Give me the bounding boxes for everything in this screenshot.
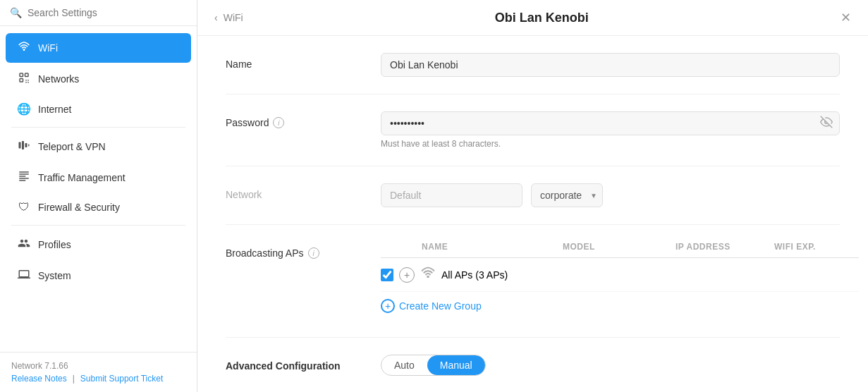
- create-group-icon: +: [381, 299, 395, 313]
- broadcasting-info-icon[interactable]: i: [308, 247, 319, 259]
- traffic-icon: [17, 170, 31, 185]
- sidebar-item-label-internet: Internet: [38, 104, 71, 115]
- col-header-ip: IP ADDRESS: [676, 242, 774, 252]
- broadcasting-label: Broadcasting APs i: [226, 242, 381, 259]
- password-info-icon[interactable]: i: [273, 117, 284, 128]
- system-icon: [17, 268, 31, 283]
- ap-expand-button[interactable]: +: [399, 267, 415, 283]
- name-row: Name: [226, 53, 840, 94]
- network-default-input[interactable]: [381, 183, 522, 207]
- sidebar-item-firewall[interactable]: 🛡 Firewall & Security: [6, 194, 191, 221]
- network-label: Network: [226, 183, 381, 200]
- nav-divider-1: [11, 127, 185, 128]
- search-icon: 🔍: [10, 7, 22, 18]
- back-label: WiFi: [224, 12, 243, 23]
- submit-ticket-link[interactable]: Submit Support Ticket: [80, 374, 163, 384]
- toggle-auto[interactable]: Auto: [381, 355, 427, 375]
- broadcasting-field: NAME MODEL IP ADDRESS WIFI EXP. + All AP…: [381, 242, 859, 320]
- profiles-icon: [17, 237, 31, 252]
- advanced-toggle-group: Auto Manual: [381, 355, 486, 376]
- sidebar-item-wifi[interactable]: WiFi: [6, 33, 191, 63]
- create-group-label: Create New Group: [399, 300, 482, 312]
- ap-checkbox[interactable]: [381, 269, 393, 281]
- sidebar-item-label-wifi: WiFi: [38, 42, 58, 54]
- svg-rect-1: [22, 141, 24, 149]
- sidebar-item-internet[interactable]: 🌐 Internet: [6, 95, 191, 123]
- name-input[interactable]: [381, 53, 840, 77]
- sidebar-item-label-teleport: Teleport & VPN: [38, 141, 106, 152]
- sidebar-item-label-profiles: Profiles: [38, 239, 71, 250]
- toggle-manual[interactable]: Manual: [427, 355, 485, 375]
- firewall-icon: 🛡: [17, 201, 31, 214]
- internet-icon: 🌐: [17, 102, 31, 116]
- sidebar-item-label-system: System: [38, 270, 71, 281]
- password-row: Password i Must have at least 8 characte…: [226, 111, 840, 166]
- advanced-config-row: Advanced Configuration Auto Manual: [226, 355, 840, 392]
- col-header-wifi: WIFI EXP.: [774, 242, 859, 252]
- toggle-password-icon[interactable]: [820, 116, 833, 131]
- col-header-model: MODEL: [563, 242, 676, 252]
- col-header-name: NAME: [422, 242, 563, 252]
- svg-rect-3: [28, 145, 30, 147]
- password-hint: Must have at least 8 characters.: [381, 139, 840, 149]
- release-notes-link[interactable]: Release Notes: [11, 374, 67, 384]
- search-bar: 🔍: [0, 0, 197, 26]
- network-select[interactable]: corporate Default: [531, 183, 603, 207]
- page-title: Obi Lan Kenobi: [495, 11, 589, 25]
- all-aps-label: All APs (3 APs): [441, 269, 508, 281]
- main-body: Name Password i Must have at least 8 cha…: [197, 36, 868, 392]
- sidebar-item-label-networks: Networks: [38, 73, 79, 85]
- sidebar-item-profiles[interactable]: Profiles: [6, 230, 191, 259]
- sidebar: 🔍 WiFi Networks 🌐 Internet: [0, 0, 197, 392]
- create-group-button[interactable]: + Create New Group: [381, 292, 482, 320]
- svg-rect-2: [25, 143, 27, 147]
- advanced-field: Auto Manual: [381, 355, 840, 376]
- search-input[interactable]: [27, 7, 187, 18]
- sidebar-item-networks[interactable]: Networks: [6, 64, 191, 94]
- network-version: Network 7.1.66: [11, 361, 185, 371]
- sidebar-item-traffic[interactable]: Traffic Management: [6, 163, 191, 192]
- broadcasting-row: Broadcasting APs i NAME MODEL IP ADDRESS…: [226, 242, 840, 338]
- password-field: Must have at least 8 characters.: [381, 111, 840, 149]
- network-field: corporate Default ▼: [381, 183, 840, 207]
- name-field: [381, 53, 840, 77]
- network-row: Network corporate Default ▼: [226, 183, 840, 225]
- networks-icon: [17, 71, 31, 87]
- name-label: Name: [226, 53, 381, 70]
- nav-divider-2: [11, 225, 185, 226]
- main-panel: ‹ WiFi Obi Lan Kenobi ✕ Name Password i: [197, 0, 868, 392]
- back-arrow-icon: ‹: [214, 12, 218, 23]
- sidebar-item-label-firewall: Firewall & Security: [38, 202, 120, 213]
- nav-list: WiFi Networks 🌐 Internet Teleport & VPN: [0, 26, 197, 352]
- main-header: ‹ WiFi Obi Lan Kenobi ✕: [197, 0, 868, 36]
- advanced-label: Advanced Configuration: [226, 355, 381, 372]
- sidebar-item-system[interactable]: System: [6, 261, 191, 290]
- password-label: Password i: [226, 111, 381, 128]
- sidebar-footer: Network 7.1.66 Release Notes | Submit Su…: [0, 352, 197, 392]
- sidebar-item-teleport-vpn[interactable]: Teleport & VPN: [6, 132, 191, 161]
- password-input[interactable]: [381, 111, 840, 135]
- ap-table-header: NAME MODEL IP ADDRESS WIFI EXP.: [381, 242, 859, 258]
- ap-icon: [420, 265, 436, 284]
- back-button[interactable]: ‹ WiFi: [214, 12, 243, 23]
- table-row: + All APs (3 APs): [381, 258, 859, 292]
- svg-rect-0: [19, 142, 21, 149]
- teleport-icon: [17, 139, 31, 154]
- wifi-icon: [17, 40, 31, 56]
- close-button[interactable]: ✕: [841, 10, 851, 25]
- sidebar-item-label-traffic: Traffic Management: [38, 172, 126, 183]
